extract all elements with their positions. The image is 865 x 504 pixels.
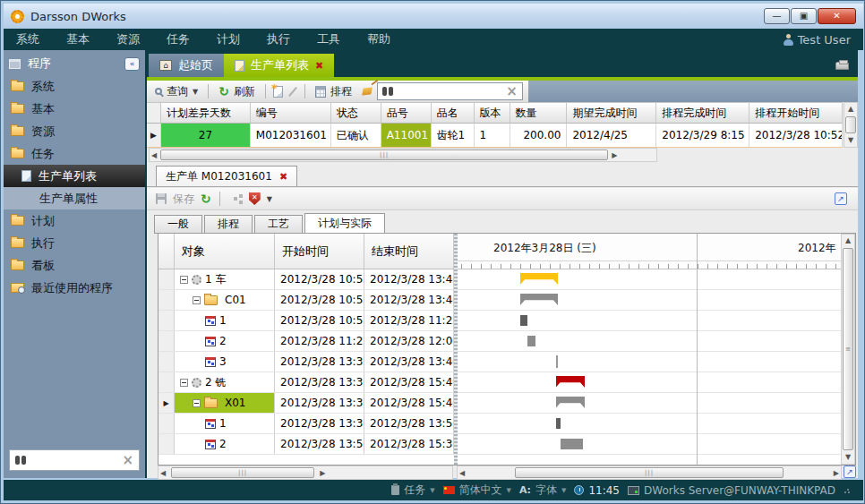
sidebar-search-input[interactable] bbox=[29, 453, 122, 467]
menu-item[interactable]: 执行 bbox=[267, 31, 290, 47]
expand-collapse-icon[interactable] bbox=[193, 399, 201, 407]
plan-object-cell[interactable]: 3 bbox=[175, 352, 275, 372]
gantt-bar-tDark[interactable] bbox=[520, 315, 527, 326]
subpanel-close-icon[interactable]: ✖ bbox=[279, 171, 287, 183]
sidebar-item[interactable]: 执行 bbox=[4, 232, 145, 254]
plan-table-row[interactable]: C012012/3/28 10:522012/3/28 13:40 bbox=[158, 290, 454, 311]
gantt-bar-tThin[interactable] bbox=[556, 355, 558, 368]
plan-table-row[interactable]: ▶X012012/3/28 13:302012/3/28 15:40 bbox=[158, 393, 454, 414]
popout-icon[interactable]: ↗ bbox=[835, 192, 847, 205]
plan-vertical-scrollbar[interactable]: ▲≡▼ bbox=[841, 234, 855, 465]
sidebar-search-clear-icon[interactable]: × bbox=[122, 452, 133, 468]
column-header[interactable]: 状态 bbox=[331, 103, 381, 124]
expand-collapse-icon[interactable] bbox=[180, 379, 188, 387]
column-header[interactable]: 排程开始时间 bbox=[749, 103, 843, 124]
column-header[interactable]: 期望完成时间 bbox=[567, 103, 656, 124]
sidebar-collapse-button[interactable]: « bbox=[124, 57, 140, 71]
column-header[interactable]: 计划差异天数 bbox=[161, 103, 251, 124]
sidebar-item[interactable]: 生产单属性 bbox=[4, 187, 145, 209]
hierarchy-icon[interactable] bbox=[234, 197, 237, 201]
subpanel-tab-计划与实际[interactable]: 计划与实际 bbox=[304, 213, 385, 234]
sidebar-item[interactable]: 看板 bbox=[4, 254, 145, 277]
column-header[interactable]: 编号 bbox=[251, 103, 331, 124]
tree-column-header[interactable]: 结束时间 bbox=[364, 234, 454, 269]
menu-item[interactable]: 帮助 bbox=[367, 31, 390, 47]
plan-object-cell[interactable]: 2 bbox=[175, 434, 275, 454]
query-dropdown-icon[interactable]: ▼ bbox=[193, 88, 198, 96]
plan-table-row[interactable]: 12012/3/28 13:302012/3/28 13:50 bbox=[158, 414, 454, 434]
tab-close-icon[interactable]: ✖ bbox=[315, 60, 323, 72]
column-header[interactable]: 版本 bbox=[475, 103, 510, 124]
plan-table-row[interactable]: 22012/3/28 11:222012/3/28 12:00 bbox=[158, 331, 454, 352]
close-button[interactable]: ✕ bbox=[818, 8, 856, 24]
refresh-button[interactable]: ↻ 刷新 bbox=[216, 83, 258, 100]
toolbar-search-input[interactable] bbox=[396, 84, 506, 98]
expand-collapse-icon[interactable] bbox=[193, 296, 201, 304]
query-button[interactable]: 查询 ▼ bbox=[152, 83, 201, 100]
tab-home[interactable]: ⌂ 起始页 bbox=[149, 54, 224, 77]
order-grid-row[interactable]: ▶27M012031601已确认A11001齿轮11200.002012/4/2… bbox=[147, 124, 843, 148]
menu-item[interactable]: 工具 bbox=[317, 31, 340, 47]
plan-object-cell[interactable]: 2 铣 bbox=[175, 372, 275, 392]
grid-vertical-scrollbar[interactable]: ▲▼ bbox=[844, 102, 858, 148]
grid-horizontal-scrollbar[interactable]: ◀|||▶ bbox=[149, 148, 657, 162]
menu-item[interactable]: 基本 bbox=[66, 31, 90, 47]
tree-column-header[interactable]: 对象 bbox=[175, 234, 275, 269]
sidebar-item[interactable]: 资源 bbox=[4, 120, 145, 142]
menu-item[interactable]: 系统 bbox=[16, 31, 39, 47]
sidebar-item[interactable]: 计划 bbox=[4, 209, 145, 232]
maximize-button[interactable]: ▣ bbox=[791, 8, 817, 24]
column-header[interactable]: 品名 bbox=[432, 103, 475, 124]
subpanel-tab[interactable]: 生产单 M012031601 ✖ bbox=[156, 166, 297, 186]
sidebar-item[interactable]: 生产单列表 bbox=[4, 165, 145, 187]
shield-dropdown-icon[interactable]: ▼ bbox=[267, 195, 272, 203]
refresh-icon[interactable]: ↻ bbox=[201, 193, 211, 204]
subpanel-tab-一般[interactable]: 一般 bbox=[154, 215, 202, 234]
resize-grip-icon[interactable] bbox=[844, 487, 851, 494]
menu-item[interactable]: 任务 bbox=[167, 31, 190, 47]
plan-table-row[interactable]: 1 车2012/3/28 10:522012/3/28 13:40 bbox=[158, 269, 454, 290]
new-document-icon[interactable] bbox=[273, 86, 283, 98]
shield-delete-icon[interactable]: ✕ bbox=[249, 192, 261, 205]
tree-column-header[interactable]: 开始时间 bbox=[275, 234, 364, 269]
sidebar-item[interactable]: 基本 bbox=[4, 98, 145, 120]
tab-production-order-list[interactable]: 生产单列表 ✖ bbox=[224, 54, 334, 77]
column-header[interactable]: 品号 bbox=[381, 103, 432, 124]
plan-table-row[interactable]: 32012/3/28 13:302012/3/28 13:40 bbox=[158, 352, 454, 372]
gantt-horizontal-scrollbar[interactable]: ◀|||▶ bbox=[457, 466, 842, 480]
tree-horizontal-scrollbar[interactable]: ◀|||▶ bbox=[158, 466, 453, 480]
minimize-button[interactable]: — bbox=[764, 8, 790, 24]
column-header[interactable]: 排程完成时间 bbox=[656, 103, 749, 124]
plan-object-cell[interactable]: 1 bbox=[175, 311, 275, 330]
menu-item[interactable]: 资源 bbox=[116, 31, 140, 47]
printer-icon[interactable] bbox=[835, 62, 849, 70]
plan-object-cell[interactable]: 1 bbox=[175, 414, 275, 433]
save-button[interactable]: 保存 bbox=[173, 192, 194, 207]
sidebar-item[interactable]: 任务 bbox=[4, 142, 145, 165]
gantt-bar-sumR[interactable] bbox=[556, 376, 586, 388]
user-box[interactable]: Test User bbox=[784, 33, 851, 47]
plan-table-row[interactable]: 2 铣2012/3/28 13:302012/3/28 15:40 bbox=[158, 372, 454, 393]
toolbar-search-clear-icon[interactable]: × bbox=[506, 83, 518, 99]
plan-object-cell[interactable]: 1 车 bbox=[175, 269, 275, 289]
status-font-menu[interactable]: A: 字体 ▼ bbox=[519, 483, 567, 498]
gantt-bar-sumY[interactable] bbox=[520, 273, 558, 285]
gantt-popout-icon[interactable]: ↗ bbox=[844, 466, 856, 478]
gantt-bar-sumG[interactable] bbox=[556, 397, 586, 408]
subpanel-tab-工艺[interactable]: 工艺 bbox=[254, 215, 303, 234]
sidebar-item[interactable]: 最近使用的程序 bbox=[4, 277, 145, 299]
status-task-menu[interactable]: 任务 ▼ bbox=[391, 483, 434, 498]
plan-object-cell[interactable]: 2 bbox=[175, 331, 275, 351]
gantt-bar-tDark[interactable] bbox=[556, 418, 561, 429]
plan-table-row[interactable]: 22012/3/28 13:502012/3/28 15:30 bbox=[158, 434, 454, 455]
column-header[interactable]: 数量 bbox=[510, 103, 568, 124]
gantt-bar-task[interactable] bbox=[527, 336, 536, 346]
menu-item[interactable]: 计划 bbox=[217, 31, 240, 47]
gantt-bar-sumG[interactable] bbox=[520, 294, 558, 305]
sidebar-item[interactable]: 系统 bbox=[4, 75, 145, 98]
edit-icon[interactable] bbox=[288, 86, 297, 96]
plan-table-row[interactable]: 12012/3/28 10:522012/3/28 11:22 bbox=[158, 311, 454, 331]
plan-object-cell[interactable]: X01 bbox=[175, 393, 275, 413]
plan-object-cell[interactable]: C01 bbox=[175, 290, 275, 310]
status-language-menu[interactable]: 简体中文 ▼ bbox=[443, 483, 511, 498]
